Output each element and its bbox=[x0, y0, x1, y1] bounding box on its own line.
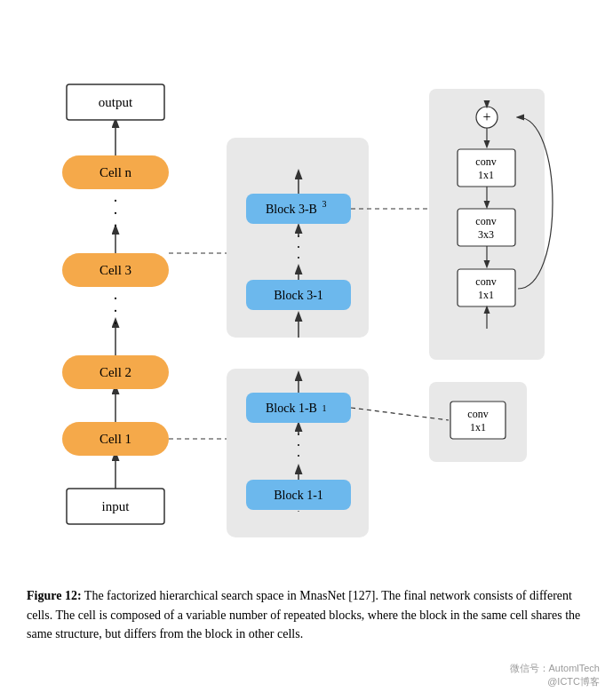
block3b3-label: Block 3-B bbox=[266, 203, 317, 216]
input-label: input bbox=[102, 499, 131, 513]
conv3x3-label: conv bbox=[475, 215, 496, 227]
watermark: 微信号：AutomlTech @ICTC博客 bbox=[0, 662, 613, 697]
watermark-line2: @ICTC博客 bbox=[0, 675, 600, 688]
watermark-line1: 微信号：AutomlTech bbox=[0, 662, 600, 675]
conv1x1-top-label: conv bbox=[475, 155, 496, 168]
block11-label: Block 1-1 bbox=[274, 489, 323, 502]
conv1x1-lower-label: conv bbox=[467, 408, 488, 420]
svg-text:1x1: 1x1 bbox=[478, 289, 494, 301]
block31-label: Block 3-1 bbox=[274, 289, 323, 302]
cell2-label: Cell 2 bbox=[100, 365, 131, 379]
block1b1-label: Block 1-B bbox=[266, 402, 317, 415]
cell1-label: Cell 1 bbox=[100, 432, 131, 446]
diagram-container: input Cell 1 Cell 2 · · · Cell 3 · · · C… bbox=[0, 0, 613, 577]
conv1x1-bottom-label: conv bbox=[475, 275, 496, 288]
svg-text:1x1: 1x1 bbox=[478, 169, 494, 181]
cell3-label: Cell 3 bbox=[100, 263, 131, 277]
svg-text:·: · bbox=[114, 192, 118, 210]
figure-label: Figure 12: bbox=[27, 589, 82, 602]
svg-text:3: 3 bbox=[322, 199, 327, 209]
celln-label: Cell n bbox=[100, 165, 132, 179]
svg-text:1: 1 bbox=[322, 403, 327, 413]
caption: Figure 12: The factorized hierarchical s… bbox=[0, 577, 613, 662]
output-label: output bbox=[99, 95, 133, 109]
svg-text:1x1: 1x1 bbox=[470, 421, 486, 434]
svg-text:·: · bbox=[114, 290, 118, 307]
svg-text:3x3: 3x3 bbox=[478, 228, 494, 241]
caption-text: The factorized hierarchical search space… bbox=[27, 589, 580, 640]
svg-text:+: + bbox=[482, 109, 490, 124]
